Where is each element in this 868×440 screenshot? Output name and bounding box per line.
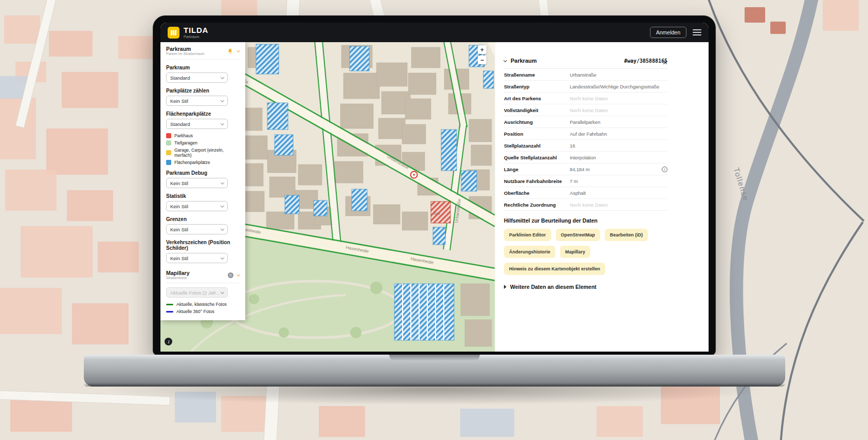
close-icon[interactable]: × xyxy=(663,59,667,67)
layer-style-select-parkplaetze-zaehlen[interactable]: Kein Stil xyxy=(166,96,228,106)
large-parking-lot[interactable] xyxy=(394,284,454,340)
table-row: Ausrichtung Parallelparken xyxy=(504,116,667,128)
chevron-down-icon xyxy=(221,181,224,185)
layer-style-select-statistik[interactable]: Kein Stil xyxy=(166,201,228,211)
chevron-down-icon[interactable] xyxy=(237,273,240,277)
select-value: Kein Stil xyxy=(170,180,188,186)
flaechenparkplaetze-legend: Parkhaus Tiefgaragen Garage, Carport (ei… xyxy=(166,133,240,165)
select-value: Kein Stil xyxy=(170,98,188,104)
aenderungshistorie-button[interactable]: Änderungshistorie xyxy=(504,246,555,258)
detail-header[interactable]: Parkraum #way/385888165 xyxy=(504,58,667,69)
legend-swatch-tiefgaragen xyxy=(166,140,171,145)
map[interactable]: Urbanstraße Urbanstraße Urbanstraße Hase… xyxy=(160,42,495,352)
row-value: Noch keine Daten xyxy=(570,96,667,101)
feature-detail-panel: × Parkraum #way/385888165 Straßenname Ur… xyxy=(495,42,709,352)
more-data-toggle[interactable]: Weitere Daten an diesem Element xyxy=(504,284,667,290)
select-value: Standard xyxy=(170,75,190,81)
laptop-base xyxy=(84,355,785,387)
row-label: Ausrichtung xyxy=(504,119,570,125)
row-label: Straßenname xyxy=(504,72,570,78)
legend-item: Parkhaus xyxy=(166,133,240,138)
select-value: Kein Stil xyxy=(170,255,188,261)
legend-item: Aktuelle 360° Fotos xyxy=(166,309,240,314)
parklinien-editor-button[interactable]: Parklinien Editor xyxy=(504,229,551,241)
row-label: Quelle Stellplatzanzahl xyxy=(504,155,570,160)
hinweis-erstellen-button[interactable]: Hinweis zu diesem Kartenobjekt erstellen xyxy=(504,263,605,275)
row-label: Rechtliche Zuordnung xyxy=(504,202,570,208)
table-row: Länge 84,184 m xyxy=(504,163,667,175)
helper-chips: Parklinien Editor OpenStreetMap Bearbeit… xyxy=(504,229,659,275)
openstreetmap-button[interactable]: OpenStreetMap xyxy=(556,229,601,241)
layer-group-mapillary-header[interactable]: Mapillary Straßenfotos xyxy=(166,270,240,283)
house-number-label: 643 xyxy=(434,212,440,215)
chevron-down-icon xyxy=(221,290,224,294)
app-topbar: TILDA Parkraum Anmelden xyxy=(160,23,709,42)
table-row: Quelle Stellplatzanzahl Interpolation xyxy=(504,152,667,163)
legend-swatch-garage xyxy=(166,150,171,155)
row-value: Asphalt xyxy=(570,190,667,196)
bell-icon[interactable] xyxy=(227,48,233,54)
chevron-down-icon xyxy=(221,256,224,260)
legend-line-360-photos xyxy=(166,311,173,313)
select-value: Standard xyxy=(170,121,190,127)
info-icon[interactable] xyxy=(662,167,667,172)
zoom-in-button[interactable]: + xyxy=(478,45,486,54)
layer-panel: Parkraum Parken im Straßenraum Parkraum … xyxy=(160,42,245,320)
more-data-label: Weitere Daten an diesem Element xyxy=(510,284,596,290)
hamburger-menu-icon[interactable] xyxy=(693,29,701,35)
table-row: Art des Parkens Noch keine Daten xyxy=(504,93,667,104)
chevron-down-icon[interactable] xyxy=(237,49,240,52)
legend-item: Flächenparkplätze xyxy=(166,160,240,165)
zoom-out-button[interactable]: − xyxy=(478,56,486,64)
mapillary-photos-select[interactable]: Aktuelle Fotos (2 Jah... xyxy=(166,287,228,298)
row-value: Urbanstraße xyxy=(570,72,667,78)
chevron-down-icon xyxy=(221,227,224,231)
layer-label: Statistik xyxy=(166,193,240,199)
row-value: Auf der Fahrbahn xyxy=(570,131,667,137)
legend-item: Garage, Carport (einzeln, merfach) xyxy=(166,148,240,158)
chevron-down-icon xyxy=(221,122,224,125)
login-button[interactable]: Anmelden xyxy=(650,27,686,38)
row-value: 16 xyxy=(570,143,667,149)
chevron-down-icon xyxy=(221,99,224,102)
brand-subtitle: Parkraum xyxy=(184,35,208,39)
selected-feature-marker[interactable] xyxy=(411,172,418,178)
legend-item: Tiefgaragen xyxy=(166,140,240,145)
layer-style-select-flaechenparkplaetze[interactable]: Standard xyxy=(166,119,228,129)
table-row: Rechtliche Zuordnung Noch keine Daten xyxy=(504,199,667,211)
legend-label: Garage, Carport (einzeln, merfach) xyxy=(174,148,240,158)
row-label: Nutzbare Fahrbahnbreite xyxy=(504,178,570,184)
row-label: Länge xyxy=(504,167,570,172)
chevron-down-icon xyxy=(503,58,507,62)
mapillary-legend: Aktuelle, klassische Fotos Aktuelle 360°… xyxy=(166,302,240,314)
chevron-down-icon xyxy=(221,76,224,79)
table-row: Vollständigkeit Noch keine Daten xyxy=(504,104,667,116)
layer-style-select-parkraum[interactable]: Standard xyxy=(166,72,228,83)
layer-group-parkraum-header[interactable]: Parkraum Parken im Straßenraum xyxy=(166,46,240,60)
mapillary-button[interactable]: Mapillary xyxy=(560,246,590,258)
bearbeiten-id-button[interactable]: Bearbeiten (iD) xyxy=(605,229,648,241)
layer-group-title: Parkraum xyxy=(166,46,204,52)
mapillary-toggle-icon[interactable] xyxy=(228,272,233,278)
layer-label: Grenzen xyxy=(166,216,240,222)
layer-label: Parkplätze zählen xyxy=(166,88,240,94)
row-label: Stellplatzanzahl xyxy=(504,143,570,149)
table-row: Nutzbare Fahrbahnbreite 7 m xyxy=(504,175,667,187)
layer-style-select-verkehrszeichen[interactable]: Kein Stil xyxy=(166,253,228,263)
layer-style-select-grenzen[interactable]: Kein Stil xyxy=(166,224,228,234)
row-label: Straßentyp xyxy=(504,84,570,89)
brand: TILDA Parkraum xyxy=(184,26,208,39)
layer-style-select-parkraum-debug[interactable]: Kein Stil xyxy=(166,178,228,188)
helpers-heading: Hilfsmittel zur Beurteilung der Daten xyxy=(504,217,667,224)
row-value: Noch keine Daten xyxy=(570,107,667,113)
legend-label: Aktuelle 360° Fotos xyxy=(176,309,214,314)
tilda-logo-icon[interactable] xyxy=(168,27,179,39)
layer-label: Flächenparkplätze xyxy=(166,111,240,117)
osm-way-id: #way/385888165 xyxy=(624,58,667,64)
row-value: Parallelparken xyxy=(570,119,667,125)
chevron-right-icon xyxy=(504,285,507,289)
attribution-info-button[interactable] xyxy=(165,338,172,345)
legend-swatch-flaechenparkplaetze xyxy=(166,160,171,165)
tilda-app-window: TILDA Parkraum Anmelden xyxy=(160,23,709,352)
legend-label: Parkhaus xyxy=(174,133,193,138)
